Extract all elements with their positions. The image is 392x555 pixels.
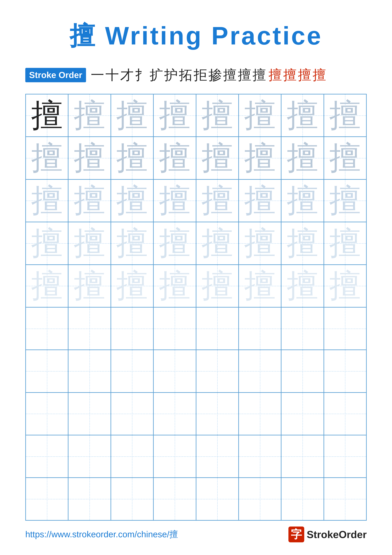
char-gray3: 擅 <box>159 227 191 259</box>
grid-cell-8-1[interactable] <box>26 393 68 435</box>
grid-cell-4-4[interactable]: 擅 <box>153 222 196 264</box>
stroke-16: 擅 <box>313 66 326 84</box>
grid-cell-6-4[interactable] <box>153 307 196 350</box>
grid-cell-6-7[interactable] <box>281 307 324 350</box>
char-gray1: 擅 <box>116 142 148 174</box>
grid-cell-5-7[interactable]: 擅 <box>281 265 324 307</box>
grid-cell-7-4[interactable] <box>153 350 196 392</box>
grid-cell-9-1[interactable] <box>26 435 68 478</box>
grid-cell-2-3[interactable]: 擅 <box>111 137 153 179</box>
char-gray1: 擅 <box>329 142 361 174</box>
grid-cell-4-1[interactable]: 擅 <box>26 222 68 264</box>
grid-cell-4-5[interactable]: 擅 <box>196 222 239 264</box>
grid-cell-3-2[interactable]: 擅 <box>68 179 111 222</box>
grid-cell-3-3[interactable]: 擅 <box>111 179 153 222</box>
grid-cell-5-5[interactable]: 擅 <box>196 265 239 307</box>
grid-cell-1-2[interactable]: 擅 <box>68 94 111 137</box>
grid-cell-10-6[interactable] <box>239 478 281 520</box>
grid-cell-10-3[interactable] <box>111 478 153 520</box>
grid-cell-3-8[interactable]: 擅 <box>324 179 366 222</box>
grid-cell-7-6[interactable] <box>239 350 281 392</box>
grid-cell-6-3[interactable] <box>111 307 153 350</box>
grid-cell-9-4[interactable] <box>153 435 196 478</box>
grid-cell-4-3[interactable]: 擅 <box>111 222 153 264</box>
grid-cell-4-7[interactable]: 擅 <box>281 222 324 264</box>
grid-cell-1-3[interactable]: 擅 <box>111 94 153 137</box>
grid-cell-6-1[interactable] <box>26 307 68 350</box>
grid-cell-10-4[interactable] <box>153 478 196 520</box>
grid-cell-2-2[interactable]: 擅 <box>68 137 111 179</box>
grid-cell-8-8[interactable] <box>324 393 366 435</box>
grid-cell-8-3[interactable] <box>111 393 153 435</box>
grid-cell-2-7[interactable]: 擅 <box>281 137 324 179</box>
grid-cell-4-6[interactable]: 擅 <box>239 222 281 264</box>
grid-cell-10-5[interactable] <box>196 478 239 520</box>
grid-cell-7-1[interactable] <box>26 350 68 392</box>
char-gray1: 擅 <box>244 100 276 131</box>
grid-cell-9-6[interactable] <box>239 435 281 478</box>
stroke-order-row: Stroke Order 一 十 才 扌 扩 护 拓 拒 掺 擅 擅 擅 擅 擅… <box>25 66 367 84</box>
stroke-order-section: Stroke Order 一 十 才 扌 扩 护 拓 拒 掺 擅 擅 擅 擅 擅… <box>25 66 367 84</box>
grid-cell-4-2[interactable]: 擅 <box>68 222 111 264</box>
grid-cell-8-5[interactable] <box>196 393 239 435</box>
char-gray4: 擅 <box>329 270 361 302</box>
stroke-15: 擅 <box>298 66 311 84</box>
grid-cell-5-8[interactable]: 擅 <box>324 265 366 307</box>
grid-cell-5-6[interactable]: 擅 <box>239 265 281 307</box>
grid-cell-10-2[interactable] <box>68 478 111 520</box>
stroke-14: 擅 <box>283 66 297 84</box>
grid-cell-1-6[interactable]: 擅 <box>239 94 281 137</box>
grid-cell-3-7[interactable]: 擅 <box>281 179 324 222</box>
grid-cell-6-5[interactable] <box>196 307 239 350</box>
grid-cell-6-2[interactable] <box>68 307 111 350</box>
grid-cell-6-8[interactable] <box>324 307 366 350</box>
char-gray1: 擅 <box>116 100 148 131</box>
grid-cell-5-2[interactable]: 擅 <box>68 265 111 307</box>
grid-cell-3-5[interactable]: 擅 <box>196 179 239 222</box>
grid-row-3: 擅 擅 擅 擅 擅 擅 擅 擅 <box>26 179 366 222</box>
grid-cell-7-2[interactable] <box>68 350 111 392</box>
char-gray1: 擅 <box>159 142 191 174</box>
char-gray4: 擅 <box>74 270 105 302</box>
grid-cell-9-3[interactable] <box>111 435 153 478</box>
grid-cell-2-6[interactable]: 擅 <box>239 137 281 179</box>
grid-cell-5-4[interactable]: 擅 <box>153 265 196 307</box>
grid-cell-3-4[interactable]: 擅 <box>153 179 196 222</box>
char-gray1: 擅 <box>329 100 361 131</box>
char-gray1: 擅 <box>159 100 191 131</box>
page-title: 擅 Writing Practice <box>70 19 323 53</box>
grid-cell-3-1[interactable]: 擅 <box>26 179 68 222</box>
grid-cell-8-7[interactable] <box>281 393 324 435</box>
grid-cell-8-2[interactable] <box>68 393 111 435</box>
grid-cell-7-5[interactable] <box>196 350 239 392</box>
grid-cell-2-4[interactable]: 擅 <box>153 137 196 179</box>
grid-cell-9-2[interactable] <box>68 435 111 478</box>
grid-cell-9-5[interactable] <box>196 435 239 478</box>
grid-cell-7-7[interactable] <box>281 350 324 392</box>
grid-cell-1-8[interactable]: 擅 <box>324 94 366 137</box>
grid-cell-2-8[interactable]: 擅 <box>324 137 366 179</box>
grid-cell-1-5[interactable]: 擅 <box>196 94 239 137</box>
grid-cell-9-7[interactable] <box>281 435 324 478</box>
grid-cell-10-1[interactable] <box>26 478 68 520</box>
char-gray2: 擅 <box>74 185 105 216</box>
grid-cell-3-6[interactable]: 擅 <box>239 179 281 222</box>
grid-cell-6-6[interactable] <box>239 307 281 350</box>
grid-cell-8-6[interactable] <box>239 393 281 435</box>
grid-cell-7-8[interactable] <box>324 350 366 392</box>
grid-cell-5-1[interactable]: 擅 <box>26 265 68 307</box>
grid-cell-2-1[interactable]: 擅 <box>26 137 68 179</box>
grid-cell-1-4[interactable]: 擅 <box>153 94 196 137</box>
grid-cell-8-4[interactable] <box>153 393 196 435</box>
grid-cell-1-1[interactable]: 擅 <box>26 94 68 137</box>
grid-cell-1-7[interactable]: 擅 <box>281 94 324 137</box>
grid-cell-7-3[interactable] <box>111 350 153 392</box>
grid-cell-10-7[interactable] <box>281 478 324 520</box>
grid-cell-5-3[interactable]: 擅 <box>111 265 153 307</box>
stroke-6: 护 <box>164 66 178 84</box>
grid-cell-10-8[interactable] <box>324 478 366 520</box>
char-gray2: 擅 <box>159 185 191 216</box>
grid-cell-9-8[interactable] <box>324 435 366 478</box>
grid-cell-2-5[interactable]: 擅 <box>196 137 239 179</box>
grid-cell-4-8[interactable]: 擅 <box>324 222 366 264</box>
